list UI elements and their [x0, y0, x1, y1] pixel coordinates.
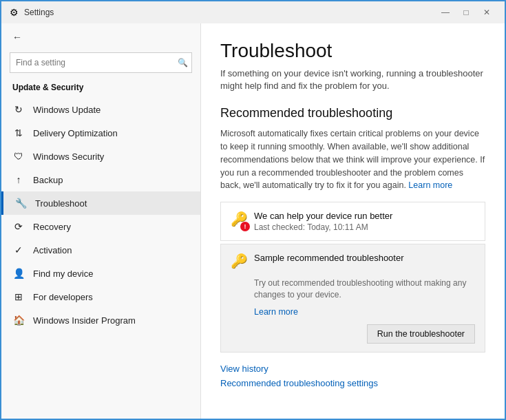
back-button[interactable]: ← — [12, 32, 22, 43]
sidebar-item-for-developers[interactable]: ⊞ For developers — [1, 285, 200, 308]
card-1-text: We can help your device run better Last … — [254, 211, 475, 232]
sidebar-item-activation[interactable]: ✓ Activation — [1, 238, 200, 262]
sidebar-item-label: Find my device — [33, 269, 93, 279]
card-1-title: We can help your device run better — [254, 211, 475, 221]
troubleshoot-icon: 🔧 — [14, 198, 27, 209]
title-bar-title: Settings — [24, 8, 54, 17]
recommended-settings-link[interactable]: Recommended troubleshooting settings — [220, 378, 485, 388]
section-learn-more-link[interactable]: Learn more — [408, 180, 452, 190]
troubleshooter-card-1: 🔑 ! We can help your device run better L… — [220, 202, 485, 241]
section-title: Recommended troubleshooting — [220, 106, 485, 120]
card-1-warning-icon: ! — [240, 222, 250, 231]
sidebar-back: ← — [1, 26, 200, 48]
sidebar-item-find-my-device[interactable]: 👤 Find my device — [1, 262, 200, 285]
sidebar-item-label: Windows Update — [33, 105, 101, 115]
card-2-top: 🔑 Sample recommended troubleshooter — [231, 253, 475, 272]
settings-window: ⚙ Settings — □ ✕ ← 🔍 Update & Security ↻… — [1, 1, 505, 419]
wrench-icon-2: 🔑 — [231, 253, 248, 269]
card-1-top: 🔑 ! We can help your device run better L… — [231, 211, 475, 232]
minimize-button[interactable]: — — [436, 6, 455, 19]
card-2-description: Try out recommended troubleshooting with… — [254, 277, 475, 301]
sidebar-item-recovery[interactable]: ⟳ Recovery — [1, 215, 200, 238]
for-developers-icon: ⊞ — [12, 291, 25, 302]
windows-security-icon: 🛡 — [12, 151, 25, 162]
card-1-subtitle: Last checked: Today, 10:11 AM — [254, 222, 475, 232]
maximize-button[interactable]: □ — [456, 6, 476, 19]
find-my-device-icon: 👤 — [12, 268, 25, 279]
delivery-optimization-icon: ⇅ — [12, 127, 25, 138]
sidebar-item-label: Recovery — [33, 222, 71, 232]
sidebar-item-label: Windows Insider Program — [33, 315, 136, 326]
search-input[interactable] — [10, 52, 192, 73]
windows-update-icon: ↻ — [12, 104, 25, 115]
recovery-icon: ⟳ — [12, 221, 25, 232]
search-box: 🔍 — [10, 52, 192, 73]
card-2-icon-wrap: 🔑 — [231, 253, 247, 272]
content-area: ← 🔍 Update & Security ↻ Windows Update ⇅… — [1, 23, 505, 419]
sidebar-item-label: Backup — [33, 175, 63, 185]
main-panel: Troubleshoot If something on your device… — [201, 23, 505, 419]
title-bar-controls: — □ ✕ — [436, 6, 496, 19]
card-2-title: Sample recommended troubleshooter — [254, 253, 475, 263]
sidebar-item-delivery-optimization[interactable]: ⇅ Delivery Optimization — [1, 121, 200, 145]
windows-insider-icon: 🏠 — [12, 315, 25, 326]
sidebar: ← 🔍 Update & Security ↻ Windows Update ⇅… — [1, 23, 201, 419]
sidebar-item-label: Troubleshoot — [35, 198, 87, 209]
title-bar: ⚙ Settings — □ ✕ — [1, 1, 505, 23]
sidebar-item-backup[interactable]: ↑ Backup — [1, 168, 200, 191]
section-description: Microsoft automatically fixes certain cr… — [220, 127, 485, 192]
sidebar-item-label: Activation — [33, 245, 72, 255]
sidebar-item-windows-insider[interactable]: 🏠 Windows Insider Program — [1, 308, 200, 332]
page-description: If something on your device isn't workin… — [220, 67, 485, 92]
settings-logo-icon: ⚙ — [10, 7, 19, 18]
sidebar-item-label: For developers — [33, 292, 93, 302]
troubleshooter-card-2: 🔑 Sample recommended troubleshooter Try … — [220, 244, 485, 353]
search-icon: 🔍 — [178, 58, 188, 67]
sidebar-item-label: Delivery Optimization — [33, 128, 118, 138]
card-2-actions: Run the troubleshooter — [231, 324, 475, 344]
sidebar-item-label: Windows Security — [33, 151, 104, 162]
activation-icon: ✓ — [12, 244, 25, 255]
card-2-body: Try out recommended troubleshooting with… — [231, 277, 475, 317]
sidebar-item-troubleshoot[interactable]: 🔧 Troubleshoot — [1, 191, 200, 215]
backup-icon: ↑ — [12, 174, 25, 185]
card-2-text: Sample recommended troubleshooter — [254, 253, 475, 264]
card-2-learn-more-link[interactable]: Learn more — [254, 307, 298, 317]
run-troubleshooter-button[interactable]: Run the troubleshooter — [367, 324, 475, 344]
title-bar-left: ⚙ Settings — [10, 7, 54, 18]
sidebar-section-title: Update & Security — [1, 80, 200, 98]
close-button[interactable]: ✕ — [477, 6, 496, 19]
sidebar-item-windows-update[interactable]: ↻ Windows Update — [1, 98, 200, 121]
view-history-link[interactable]: View history — [220, 364, 485, 374]
card-1-icon-wrap: 🔑 ! — [231, 211, 247, 230]
sidebar-item-windows-security[interactable]: 🛡 Windows Security — [1, 145, 200, 168]
page-title: Troubleshoot — [220, 40, 485, 62]
